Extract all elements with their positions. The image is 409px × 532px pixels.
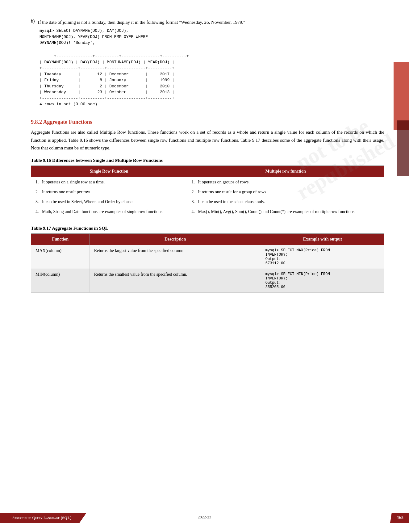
footer-page-number: 165	[390, 513, 409, 523]
table917-r1-desc: Returns the largest value from the speci…	[90, 245, 261, 269]
side-decoration-red	[394, 62, 409, 130]
table917-r2-desc: Returns the smallest value from the spec…	[90, 269, 261, 292]
table-row: MIN(column) Returns the smallest value f…	[31, 269, 384, 292]
table916-col1-header: Single Row Function	[31, 165, 187, 177]
footer-sql: (SQL)	[61, 515, 72, 520]
footer: Structured Query Language (SQL) 2022-23 …	[0, 513, 409, 523]
table916-r2-c2: 2. It returns one result for a group of …	[187, 187, 384, 197]
side-decoration-dark	[397, 120, 409, 176]
footer-left-text: Structured Query Language (SQL)	[12, 515, 71, 520]
table-row: 1. It operates on a single row at a time…	[31, 177, 384, 187]
table917-r2-example: mysql> SELECT MIN(Price) FROM INVENTORY;…	[261, 269, 384, 292]
table-data-rows: | Tuesday | 12 | December | 2017 | | Fri…	[40, 72, 174, 95]
footer-year: 2022-23	[198, 515, 211, 519]
table-sep: +---------------+----------+------------…	[40, 66, 174, 70]
footer-left: Structured Query Language (SQL)	[0, 513, 86, 523]
table916-r2-c1: 2. It returns one result per row.	[31, 187, 187, 197]
table917-col3-header: Example with output	[261, 233, 384, 245]
table-header-row: | DAYNAME(DOJ) | DAY(DOJ) | MONTHNAME(DO…	[40, 60, 174, 65]
table-row: 3. It can be used in Select, Where, and …	[31, 197, 384, 207]
table916-r3-c2: 3. It can be used in the select clause o…	[187, 197, 384, 207]
table917-caption: Table 9.17 Aggregate Functions in SQL	[31, 226, 384, 231]
query-result-table: +---------------+----------+------------…	[40, 47, 384, 114]
table917-col2-header: Description	[90, 233, 261, 245]
table-border-top: +---------------+----------+------------…	[54, 54, 189, 58]
table916-caption: Table 9.16 Differences between Single an…	[31, 158, 384, 163]
table916-r4-c2: 4. Max(), Min(), Avg(), Sum(), Count() a…	[187, 207, 384, 218]
table916-col2-header: Multiple row function	[187, 165, 384, 177]
section-b-label: b)	[31, 19, 35, 24]
table917-r2-func: MIN(column)	[31, 269, 90, 292]
table916-r4-c1: 4. Math, String and Date functions are e…	[31, 207, 187, 218]
table-917: Function Description Example with output…	[31, 233, 384, 293]
table917-r1-func: MAX(column)	[31, 245, 90, 269]
table917-r1-example: mysql> SELECT MAX(Price) FROM INVENTORY;…	[261, 245, 384, 269]
table916-r3-c1: 3. It can be used in Select, Where, and …	[31, 197, 187, 207]
table-row: MAX(column) Returns the largest value fr…	[31, 245, 384, 269]
footer-year-container: 2022-23	[198, 514, 211, 520]
table-916: Single Row Function Multiple row functio…	[31, 165, 384, 218]
table916-r1-c2: 1. It operates on groups of rows.	[187, 177, 384, 187]
body-paragraph: Aggregate functions are also called Mult…	[31, 128, 384, 152]
section-b-header: b) If the date of joining is not a Sunda…	[31, 19, 384, 26]
section-b-text: If the date of joining is not a Sunday, …	[38, 19, 245, 26]
section-b: b) If the date of joining is not a Sunda…	[31, 19, 384, 113]
table-row: 4. Math, String and Date functions are e…	[31, 207, 384, 218]
table917-col1-header: Function	[31, 233, 90, 245]
table916-r1-c1: 1. It operates on a single row at a time…	[31, 177, 187, 187]
query-code: mysql> SELECT DAYNAME(DOJ), DAY(DOJ), MO…	[40, 28, 384, 46]
footer-structured: Structured Query Language	[12, 515, 60, 520]
page-container: b) If the date of joining is not a Sunda…	[0, 0, 409, 532]
table-row: 2. It returns one result per row. 2. It …	[31, 187, 384, 197]
section-heading: 9.8.2 Aggregate Functions	[31, 119, 384, 125]
table-border-bottom: +---------------+----------+------------…	[40, 96, 174, 101]
rows-info: 4 rows in set (0.00 sec)	[40, 102, 97, 107]
